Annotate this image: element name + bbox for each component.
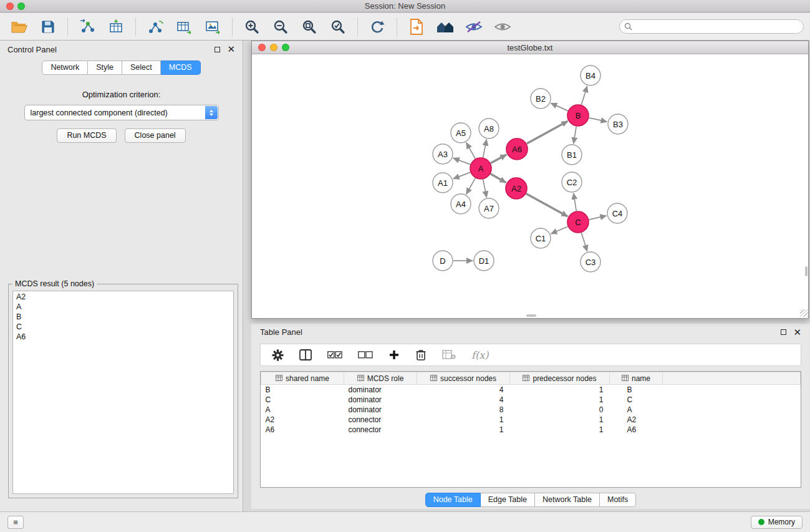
tab-style[interactable]: Style [88,60,122,75]
graph-node-B2[interactable]: B2 [531,89,551,109]
table-cell[interactable]: A [610,405,663,415]
graph-node-C1[interactable]: C1 [531,228,551,248]
edge-A-A2[interactable] [491,174,506,183]
edge-C-C4[interactable] [589,216,607,220]
refresh-view-button[interactable] [368,17,387,37]
close-table-panel-icon[interactable]: ✕ [793,329,801,336]
graph-node-D1[interactable]: D1 [474,251,494,271]
tab-edge-table[interactable]: Edge Table [481,493,535,507]
graph-node-C[interactable]: C [567,211,589,233]
graph-node-A[interactable]: A [470,158,491,179]
network-window-titlebar[interactable]: testGlobe.txt [252,41,808,54]
memory-button[interactable]: Memory [751,516,803,529]
float-table-panel-icon[interactable] [781,329,786,335]
zoom-window-button[interactable] [17,2,25,10]
vertical-scrollbar-thumb[interactable] [805,266,808,276]
column-header-name[interactable]: name [610,372,663,385]
table-cell[interactable]: A [261,405,344,415]
table-cell[interactable]: 4 [417,385,510,395]
table-cell[interactable]: connector [344,425,417,435]
column-header-successor-nodes[interactable]: successor nodes [417,372,510,385]
table-cell[interactable]: 1 [510,415,610,425]
optimization-dropdown[interactable]: largest connected component (directed) [24,105,219,120]
home-button[interactable] [436,17,455,37]
mcds-result-item[interactable]: A6 [13,332,233,342]
tab-mcds[interactable]: MCDS [161,60,201,75]
edge-C-C2[interactable] [574,193,576,211]
graph-node-A3[interactable]: A3 [433,144,453,164]
open-session-file-button[interactable] [407,17,426,37]
edge-A-A1[interactable] [453,172,470,178]
graph-node-B1[interactable]: B1 [562,145,582,165]
graph-node-A4[interactable]: A4 [451,194,471,214]
table-cell[interactable]: 1 [510,395,610,405]
table-cell[interactable]: A6 [610,425,663,435]
edge-A6-B[interactable] [527,121,568,143]
delete-column-button[interactable] [415,349,427,361]
export-table-button[interactable] [175,17,193,37]
zoom-in-button[interactable] [243,17,261,37]
graph-node-B4[interactable]: B4 [581,65,600,85]
select-all-rows-button[interactable] [327,351,342,359]
close-panel-icon[interactable]: ✕ [227,46,235,52]
graph-node-C3[interactable]: C3 [581,252,600,272]
edge-A-A7[interactable] [483,180,487,198]
show-columns-button[interactable] [299,349,312,360]
edge-B-B2[interactable] [551,103,567,110]
table-cell[interactable]: 1 [417,425,510,435]
table-cell[interactable]: C [610,395,663,405]
table-cell[interactable]: dominator [344,405,417,415]
zoom-selected-button[interactable] [329,17,347,37]
mcds-result-item[interactable]: A [13,302,233,312]
tab-network-table[interactable]: Network Table [535,493,600,507]
tab-motifs[interactable]: Motifs [600,493,636,507]
edge-A-A8[interactable] [483,140,487,158]
table-row[interactable]: A6connector11A6 [261,425,801,435]
run-mcds-button[interactable]: Run MCDS [57,128,116,143]
close-panel-button[interactable]: Close panel [125,128,186,143]
zoom-fit-button[interactable] [300,17,319,37]
table-cell[interactable]: A2 [610,415,663,425]
column-header-predecessor-nodes[interactable]: predecessor nodes [510,372,610,385]
table-cell[interactable]: C [261,395,344,405]
table-cell[interactable]: 4 [417,395,510,405]
table-cell[interactable]: B [261,385,344,395]
table-cell[interactable]: A6 [261,425,344,435]
task-history-button[interactable]: ≡ [7,516,24,529]
column-header-MCDS-role[interactable]: MCDS role [344,372,417,385]
open-folder-button[interactable] [10,17,29,37]
window-resize-grip[interactable] [800,309,808,317]
table-row[interactable]: A2connector11A2 [261,415,801,425]
minimize-network-window-button[interactable] [270,44,277,51]
table-cell[interactable]: dominator [344,395,417,405]
table-cell[interactable]: A2 [261,415,344,425]
table-row[interactable]: Bdominator41B [261,385,801,395]
table-settings-button[interactable] [272,349,284,361]
table-cell[interactable]: 1 [417,415,510,425]
import-network-button[interactable] [78,17,97,37]
horizontal-scrollbar-thumb[interactable] [526,314,536,317]
show-hide-panel-button[interactable] [493,17,512,37]
graph-node-C4[interactable]: C4 [607,203,627,223]
graph-node-D[interactable]: D [433,251,453,271]
table-cell[interactable]: dominator [344,385,417,395]
search-input[interactable] [619,19,804,34]
delete-table-button[interactable] [442,350,456,360]
edge-A-A3[interactable] [453,158,470,164]
add-column-button[interactable] [388,349,400,360]
table-cell[interactable]: 0 [510,405,610,415]
mcds-result-item[interactable]: A2 [13,292,233,302]
edge-B-B3[interactable] [589,118,607,122]
import-table-button[interactable] [107,17,125,37]
table-cell[interactable]: connector [344,415,417,425]
edge-A-A4[interactable] [466,178,475,195]
edge-C-C3[interactable] [581,233,587,251]
toggle-graphics-details-button[interactable] [465,17,483,37]
edge-A2-C[interactable] [526,194,568,216]
table-cell[interactable]: 1 [510,425,610,435]
float-panel-icon[interactable] [215,47,220,52]
tab-network[interactable]: Network [42,60,88,75]
edge-A-A5[interactable] [466,143,475,159]
function-builder-button[interactable]: f(x) [471,349,488,361]
mcds-result-list[interactable]: A2ABCA6 [12,291,234,494]
